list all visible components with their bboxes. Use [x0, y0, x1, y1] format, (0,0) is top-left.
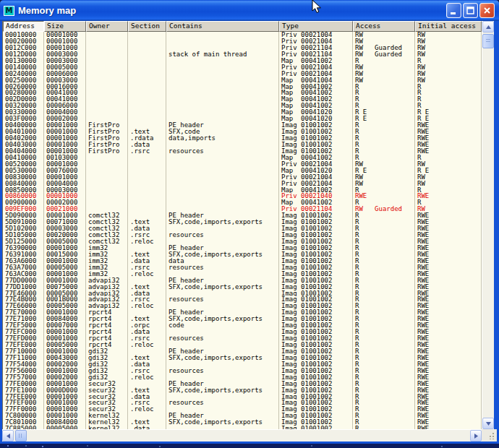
table-row[interactable]: 77E4600000005000advapi32.dataImag 010010… [3, 290, 482, 297]
vertical-scrollbar[interactable] [482, 21, 494, 429]
cell-type: Imag 01001002 [279, 122, 353, 129]
table-row[interactable]: 77FF000000001000secur32.relocImag 010010… [3, 406, 482, 413]
horizontal-scrollbar[interactable] [2, 429, 482, 441]
cell-type: Priv 00021104 [279, 206, 353, 212]
table-row[interactable]: 0040200000001000FirstPro.rdatadata,impor… [3, 135, 482, 142]
cell-section: .data [128, 142, 166, 148]
table-row[interactable]: 77E7100000084000rpcrt4.textSFX,code,impo… [3, 316, 482, 322]
table-row[interactable]: 77FEF00000001000secur32.rsrcresourcesIma… [3, 400, 482, 406]
table-row[interactable]: 0012C00000001000Priv 00021104RW GuardedR… [3, 45, 482, 51]
column-header-initial-access[interactable]: Initial access [415, 21, 482, 32]
cell-contains: PE header [166, 413, 279, 419]
table-row[interactable]: 77F1100000043000gdi32.textSFX,code,impor… [3, 355, 482, 361]
column-header-address[interactable]: Address [3, 21, 44, 32]
cell-access: R [353, 309, 415, 316]
column-header-contains[interactable]: Contains [166, 21, 279, 32]
table-row[interactable]: 77F5700000002000gdi32.relocImag 01001002… [3, 374, 482, 381]
minimize-button[interactable] [446, 3, 461, 18]
table-row[interactable]: 0052000000001000Priv 00021004RWRW [3, 161, 482, 168]
table-row[interactable]: 77FE10000000D000secur32.textSFX,code,imp… [3, 387, 482, 394]
cell-access: R [353, 238, 415, 245]
table-row[interactable]: 0040100000001000FirstPro.textSFX,codeIma… [3, 129, 482, 135]
table-row[interactable]: 77EFC00000001000rpcrt4.dataImag 01001002… [3, 329, 482, 335]
table-row[interactable]: 003F000000002000Map 00041020R ER E [3, 116, 482, 122]
scroll-down-button[interactable] [482, 418, 494, 429]
table-row[interactable]: 0002000000001000Priv 00021004RWRW [3, 38, 482, 45]
horizontal-scroll-track[interactable] [27, 430, 470, 441]
column-header-access[interactable]: Access [353, 21, 415, 32]
table-row[interactable]: 0086000000001000Priv 00021040RWERWE [3, 193, 482, 199]
table-row[interactable]: 0053000000076000Map 00041020R ER E [3, 168, 482, 174]
column-header-owner[interactable]: Owner [86, 21, 128, 32]
table-row[interactable]: 77EF500000007000rpcrt4.orpccodeImag 0100… [3, 322, 482, 329]
table-row[interactable]: 009EF00000021000Priv 00021104RW GuardedR… [3, 206, 482, 212]
cell-section: .text [128, 284, 166, 290]
table-row[interactable]: 77F5600000001000gdi32.rsrcresourcesImag … [3, 368, 482, 374]
column-header-size[interactable]: Size [44, 21, 86, 32]
table-row[interactable]: 77DD100000075000advapi32.textSFX,code,im… [3, 284, 482, 290]
cell-access: R [353, 419, 415, 426]
table-row[interactable]: 77EFE00000005000rpcrt4.relocImag 0100100… [3, 342, 482, 348]
horizontal-scroll-thumb[interactable] [15, 430, 27, 441]
table-row[interactable]: 0083000000001000Priv 00021004RWRW [3, 174, 482, 181]
table-row[interactable]: 763AC00000001000imm32.relocImag 01001002… [3, 271, 482, 277]
table-row[interactable]: 7639100000015000imm32.textSFX,code,impor… [3, 251, 482, 258]
table-row[interactable]: 77E6600000005000advapi32.relocImag 01001… [3, 303, 482, 309]
column-header-type[interactable]: Type [279, 21, 353, 32]
table-row[interactable]: 5D10200000003000comctl32.dataImag 010010… [3, 225, 482, 232]
cell-owner: advapi32 [86, 296, 128, 303]
table-row[interactable]: 0084000000004000Priv 00021004RWRW [3, 181, 482, 187]
scroll-up-button[interactable] [482, 21, 494, 33]
table-row[interactable]: 763A700000005000imm32.rsrcresourcesImag … [3, 264, 482, 271]
resize-grip[interactable] [482, 429, 497, 441]
table-row[interactable]: 77DD000000001000advapi32PE headerImag 01… [3, 277, 482, 284]
table-row[interactable]: 5D09000000001000comctl32PE headerImag 01… [3, 212, 482, 219]
table-row[interactable]: 5D12500000005000comctl32.relocImag 01001… [3, 238, 482, 245]
table-row[interactable]: 77EFD00000001000rpcrt4.rsrcresourcesImag… [3, 335, 482, 342]
table-row[interactable]: 0040300000001000FirstPro.dataImag 010010… [3, 142, 482, 148]
table-row[interactable]: 0033000000004000Map 00041020R ER E [3, 109, 482, 116]
title-bar[interactable]: M Memory map [0, 0, 499, 21]
scroll-left-button[interactable] [2, 430, 14, 441]
table-row[interactable]: 0040400000001000FirstPro.rsrcresourcesIm… [3, 148, 482, 155]
table-row[interactable]: 0028000000041000Map 00041002RR [3, 90, 482, 96]
table-row[interactable]: 5D09100000071000comctl32.textSFX,code,im… [3, 219, 482, 225]
table-row[interactable]: 0040000000001000FirstProPE headerImag 01… [3, 122, 482, 129]
table-row[interactable]: 0041000000103000Map 00041002RR [3, 155, 482, 161]
table-row[interactable]: 77FE000000001000secur32PE headerImag 010… [3, 381, 482, 387]
table-row[interactable]: 763A600000001000imm32.datadataImag 01001… [3, 258, 482, 264]
table-row[interactable]: 77F1000000001000gdi32PE headerImag 01001… [3, 348, 482, 355]
cell-contains [166, 90, 279, 96]
cell-owner: gdi32 [86, 348, 128, 355]
table-row[interactable]: 0001000000001000Priv 00021004RWRW [3, 32, 482, 38]
table-row[interactable]: 77E4B0000001B000advapi32.rsrcresourcesIm… [3, 296, 482, 303]
cell-section [128, 45, 166, 51]
table-row[interactable]: 0090000000002000Map 00041002RR [3, 199, 482, 206]
cell-address: 77DD0000 [3, 277, 44, 284]
column-header-section[interactable]: Section [128, 21, 166, 32]
table-row[interactable]: 0085000000003000Map 00041002RR [3, 187, 482, 194]
table-row[interactable]: 0025000000003000Map 00041004RWRW [3, 77, 482, 84]
cell-access: R [353, 122, 415, 129]
table-row[interactable]: 77E7000000001000rpcrt4PE headerImag 0100… [3, 309, 482, 316]
memory-map-icon[interactable]: M [4, 6, 14, 16]
table-row[interactable]: 7C80000000001000kernel32PE headerImag 01… [3, 413, 482, 419]
table-row[interactable]: 7639000000001000imm32PE headerImag 01001… [3, 245, 482, 251]
vertical-scroll-thumb[interactable] [482, 34, 494, 48]
table-row[interactable]: 0026000000016000Map 00041002RR [3, 84, 482, 90]
table-row[interactable]: 5D10500000020000comctl32.rsrcresourcesIm… [3, 232, 482, 238]
table-row[interactable]: 77FEE00000001000secur32.dataImag 0100100… [3, 394, 482, 400]
table-row[interactable]: 0032000000006000Map 00041002RR [3, 103, 482, 109]
cell-size: 00001000 [44, 335, 86, 342]
table-row[interactable]: 002D000000041000Map 00041002RR [3, 96, 482, 103]
table-row[interactable]: 0014000000005000Priv 00021004RWRW [3, 64, 482, 71]
table-row[interactable]: 0024000000006000Priv 00021004RWRW [3, 71, 482, 77]
table-row[interactable]: 0012D00000003000stack of main threadPriv… [3, 51, 482, 58]
close-button[interactable] [479, 3, 495, 18]
table-row[interactable]: 77F5400000002000gdi32.dataImag 01001002R… [3, 361, 482, 368]
maximize-button[interactable] [463, 3, 478, 18]
vertical-scroll-track[interactable] [482, 48, 494, 418]
scroll-right-button[interactable] [470, 430, 482, 441]
table-row[interactable]: 0013000000003000Map 00041002RR [3, 58, 482, 64]
table-row[interactable]: 7C80100000084000kernel32.textSFX,code,im… [3, 419, 482, 426]
